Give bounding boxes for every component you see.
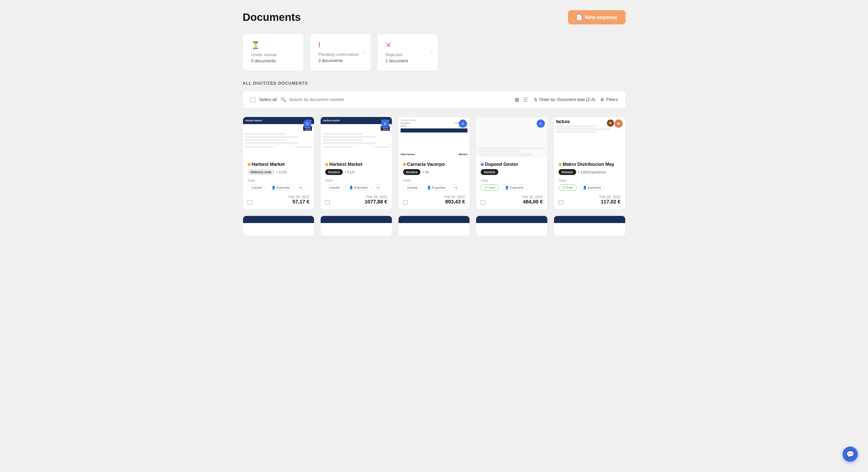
doc-footer: Feb 28, 2022 484,00 € [481, 195, 543, 205]
status-card-count: 3 documents [318, 58, 363, 63]
doc-preview: C [476, 117, 547, 158]
document-card-4[interactable]: C Dupond Gestor Invoice State ☑ Paid👤 Ex… [476, 117, 548, 209]
state-badge-exported: 👤 Exported [268, 184, 294, 191]
status-dot [559, 163, 562, 166]
order-by-control[interactable]: ⇅ Order by: Document date (Z-A) [534, 97, 595, 102]
doc-amount: 893,43 € [444, 199, 465, 205]
doc-vendor: Harbest Market [248, 162, 310, 167]
extra-states-badge: +1 [451, 184, 461, 191]
status-card-rejected[interactable]: ✕ Rejected 1 document › [377, 34, 438, 71]
search-wrapper: 🔍 [281, 97, 507, 102]
mini-card-4[interactable] [476, 216, 548, 236]
doc-checkbox[interactable] [325, 200, 330, 205]
sort-icon: ⇅ [534, 97, 537, 102]
doc-date-amount: Feb 28, 2022 1077,88 € [365, 195, 387, 205]
doc-date: Feb 28, 2022 [522, 195, 543, 199]
chat-button[interactable]: 💬 [842, 446, 858, 462]
doc-vendor: Carnaria Vacerpo [403, 162, 465, 167]
state-label: State [248, 178, 310, 182]
doc-vendor: Makro Distribucion May [559, 162, 621, 167]
section-label: ALL DIGITIZED DOCUMENTS [243, 81, 625, 86]
avatar: C [303, 120, 311, 128]
bottom-preview-row [243, 216, 625, 236]
doc-checkbox[interactable] [403, 200, 408, 205]
state-badge-unpaid: Unpaid [403, 184, 421, 191]
doc-date-amount: Feb 28, 2022 57,17 € [288, 195, 310, 205]
doc-amount: 57,17 € [288, 199, 310, 205]
toolbar: Select all 🔍 ⊞ ☰ ⇅ Order by: Document da… [243, 91, 625, 109]
hourglass-icon: ⏳ [251, 41, 296, 49]
doc-meta: Delivery note • 1270 [248, 169, 310, 175]
document-card-2[interactable]: Harbest Market FACTU HarBestMarket [320, 117, 392, 209]
doc-vendor: Dupond Gestor [481, 162, 543, 167]
new-expense-button[interactable]: 📄 New expense [568, 10, 625, 25]
doc-checkbox[interactable] [248, 200, 252, 205]
doc-footer: Feb 28, 2022 1077,88 € [325, 195, 387, 205]
status-cards: ⏳ Under review 0 documents ! Pending con… [243, 34, 625, 71]
mini-card-5[interactable] [554, 216, 625, 236]
doc-meta: Invoice • 1001Experience [559, 169, 621, 175]
grid-view-button[interactable]: ⊞ [514, 96, 520, 104]
chat-icon: 💬 [846, 450, 854, 458]
status-card-pending[interactable]: ! Pending confirmation 3 documents › [310, 34, 371, 71]
doc-vendor: Harbest Market [325, 162, 387, 167]
state-badge-paid: ☑ Paid [559, 184, 577, 191]
mini-card-3[interactable] [398, 216, 470, 236]
document-card-5[interactable]: factura M M Makro Distribucion May Invoi… [554, 117, 625, 209]
doc-preview: Carnaria Vacerpo FACTURA A Nº DE FACTURA… [399, 117, 470, 158]
doc-number: • 1001Experience [578, 170, 606, 174]
status-card-count: 1 document [385, 59, 430, 64]
doc-card-body: Carnaria Vacerpo Invoice • 94 State Unpa… [399, 158, 470, 209]
state-badge-unpaid: Unpaid [325, 184, 343, 191]
doc-number: • 1270 [276, 170, 286, 174]
mini-card-2[interactable] [320, 216, 392, 236]
avatar: C [381, 120, 389, 128]
select-all-label[interactable]: Select all [259, 97, 277, 102]
list-view-button[interactable]: ☰ [522, 96, 529, 104]
state-badge-exported: 👤 Exported [579, 184, 605, 191]
doc-checkbox[interactable] [559, 200, 563, 205]
doc-date: Feb 28, 2022 [288, 195, 310, 199]
doc-amount: 117,02 € [599, 199, 621, 205]
doc-footer: Feb 28, 2022 57,17 € [248, 195, 310, 205]
doc-card-body: Harbest Market Invoice • F127 State Unpa… [321, 158, 392, 209]
search-input[interactable] [289, 97, 507, 102]
filters-button[interactable]: ⚙ Filters [600, 97, 618, 102]
order-by-label: Order by: Document date (Z-A) [539, 97, 595, 102]
doc-number: • F127 [345, 170, 355, 174]
document-card-3[interactable]: Carnaria Vacerpo FACTURA A Nº DE FACTURA… [398, 117, 470, 209]
status-dot [325, 163, 328, 166]
status-card-label: Pending confirmation [318, 52, 363, 57]
state-badge-unpaid: Unpaid [248, 184, 266, 191]
doc-number: • 94 [423, 170, 429, 174]
page-header: Documents 📄 New expense [243, 10, 625, 25]
doc-meta: Invoice [481, 169, 543, 175]
doc-date-amount: Feb 26, 2022 117,02 € [599, 195, 621, 205]
doc-meta: Invoice • 94 [403, 169, 465, 175]
mini-card-1[interactable] [243, 216, 314, 236]
doc-type-badge: Invoice [481, 169, 498, 175]
status-dot [403, 163, 406, 166]
chevron-right-icon: › [364, 49, 366, 55]
status-dot [481, 163, 484, 166]
doc-footer: Feb 28, 2022 893,43 € [403, 195, 465, 205]
document-card-1[interactable]: Harbest Market ALBA HarBestMarket [243, 117, 314, 209]
status-card-label: Under review [251, 53, 296, 58]
doc-card-body: Harbest Market Delivery note • 1270 Stat… [243, 158, 314, 209]
page-title: Documents [243, 11, 301, 23]
status-card-under-review[interactable]: ⏳ Under review 0 documents [243, 34, 304, 71]
doc-date: Feb 26, 2022 [599, 195, 621, 199]
doc-type-badge: Invoice [559, 169, 576, 175]
toolbar-left: Select all 🔍 [250, 97, 508, 102]
doc-type-badge: Delivery note [248, 169, 275, 175]
doc-preview: Harbest Market FACTU HarBestMarket [321, 117, 392, 158]
documents-grid: Harbest Market ALBA HarBestMarket [243, 117, 625, 209]
avatar: C [537, 120, 545, 128]
doc-checkbox[interactable] [481, 200, 485, 205]
doc-preview: Harbest Market ALBA HarBestMarket [243, 117, 314, 158]
state-label: State [559, 178, 621, 182]
x-icon: ✕ [385, 41, 430, 49]
select-all-checkbox[interactable] [250, 97, 255, 102]
avatar: M [615, 120, 623, 128]
doc-amount: 484,00 € [522, 199, 543, 205]
